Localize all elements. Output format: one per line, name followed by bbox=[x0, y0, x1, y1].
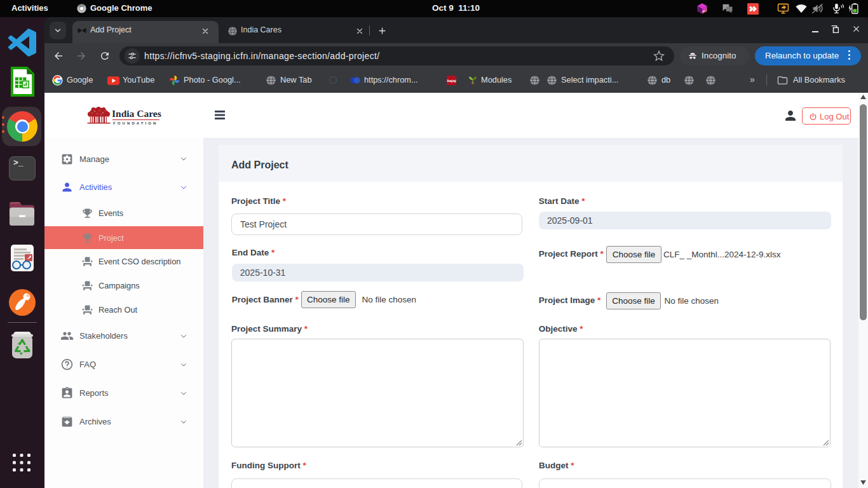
svg-text:bajaj: bajaj bbox=[447, 78, 456, 83]
